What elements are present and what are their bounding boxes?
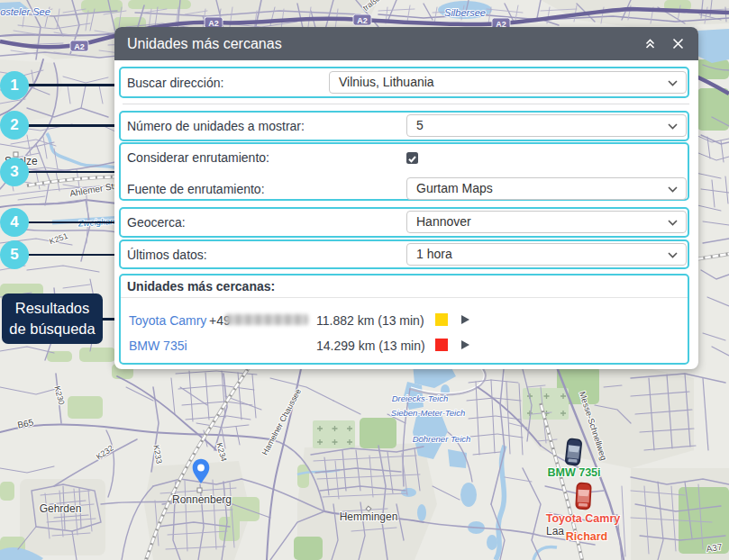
svg-text:Toyota Camry: Toyota Camry [546,512,620,525]
svg-text:A2: A2 [208,19,219,28]
svg-text:Hemmingen: Hemmingen [340,510,398,523]
svg-text:A2: A2 [74,42,85,51]
svg-text:Richard: Richard [566,530,608,543]
svg-text:A2: A2 [357,16,368,25]
svg-text:Silbersee: Silbersee [444,7,486,18]
svg-text:Laa: Laa [546,525,564,537]
svg-text:BMW 735i: BMW 735i [547,466,600,479]
svg-text:Sieben-Meter-Teich: Sieben-Meter-Teich [391,408,465,418]
svg-text:Ronnenberg: Ronnenberg [172,493,232,506]
svg-text:osteler See: osteler See [0,6,50,17]
svg-text:Döhrener Teich: Döhrener Teich [413,434,471,444]
svg-text:Gehrden: Gehrden [40,502,82,515]
svg-text:Dreiecks-Teich: Dreiecks-Teich [392,393,448,403]
